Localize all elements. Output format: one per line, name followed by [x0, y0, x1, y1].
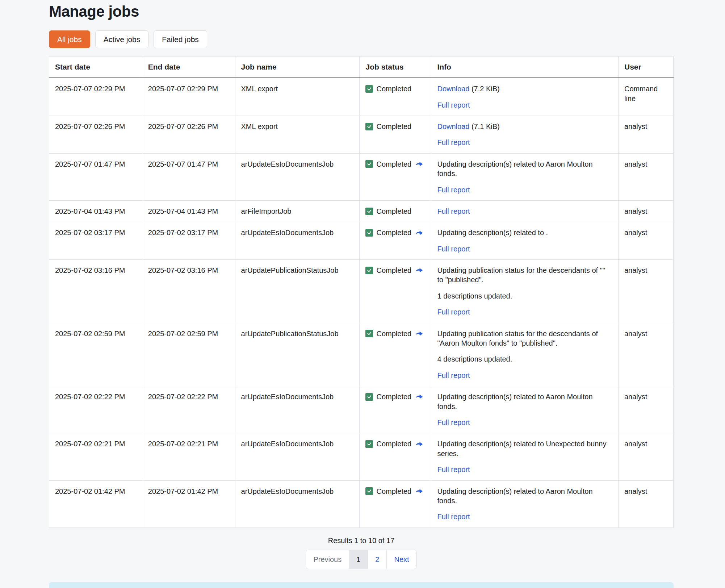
job-status-cell: Completed — [360, 260, 431, 323]
info-cell: Updating description(s) related to Aaron… — [431, 386, 619, 433]
job-row: 2025-07-02 02:59 PM2025-07-02 02:59 PMar… — [49, 323, 674, 386]
status-badge: Completed — [365, 228, 425, 237]
job-status-cell: Completed — [360, 200, 431, 222]
job-row: 2025-07-07 01:47 PM2025-07-07 01:47 PMar… — [49, 153, 674, 200]
status-badge: Completed — [365, 159, 425, 169]
download-line: Download (7.1 KiB) — [437, 122, 612, 131]
job-row: 2025-07-02 01:42 PM2025-07-02 01:42 PMar… — [49, 480, 674, 527]
full-report-line: Full report — [437, 138, 612, 147]
info-cell: Download (7.2 KiB)Full report — [431, 78, 619, 116]
column-header-job-status: Job status — [360, 57, 431, 78]
column-header-job-name: Job name — [235, 57, 360, 78]
job-name-cell: XML export — [235, 116, 360, 153]
full-report-link[interactable]: Full report — [437, 308, 470, 316]
info-cell: Updating description(s) related to Unexp… — [431, 433, 619, 480]
end-date-cell: 2025-07-04 01:43 PM — [142, 200, 235, 222]
status-badge: Completed — [365, 392, 425, 401]
full-report-link[interactable]: Full report — [437, 513, 470, 521]
full-report-line: Full report — [437, 512, 612, 521]
status-badge: Completed — [365, 122, 425, 131]
job-status-cell: Completed — [360, 323, 431, 386]
full-report-line: Full report — [437, 418, 612, 427]
full-report-link[interactable]: Full report — [437, 245, 470, 253]
full-report-link[interactable]: Full report — [437, 207, 470, 215]
job-row: 2025-07-07 02:26 PM2025-07-07 02:26 PMXM… — [49, 116, 674, 153]
column-header-start-date: Start date — [49, 57, 142, 78]
download-link[interactable]: Download — [437, 85, 469, 93]
job-name-cell: arUpdateEsIoDocumentsJob — [235, 153, 360, 200]
page-title: Manage jobs — [49, 3, 674, 20]
next-page-button[interactable]: Next — [387, 550, 416, 569]
info-cell: Full report — [431, 200, 619, 222]
download-link[interactable]: Download — [437, 122, 469, 130]
full-report-link[interactable]: Full report — [437, 186, 470, 194]
redirect-arrow-icon — [415, 487, 423, 495]
completed-check-icon — [365, 440, 373, 448]
full-report-line: Full report — [437, 185, 612, 195]
job-row: 2025-07-02 02:22 PM2025-07-02 02:22 PMar… — [49, 386, 674, 433]
page-1-button[interactable]: 1 — [349, 550, 368, 569]
info-cell: Updating publication status for the desc… — [431, 260, 619, 323]
user-cell: analyst — [618, 260, 673, 323]
start-date-cell: 2025-07-07 02:26 PM — [49, 116, 142, 153]
full-report-link[interactable]: Full report — [437, 371, 470, 379]
start-date-cell: 2025-07-02 03:17 PM — [49, 222, 142, 260]
redirect-arrow-icon — [415, 440, 423, 448]
job-name-cell: arFileImportJob — [235, 200, 360, 222]
full-report-link[interactable]: Full report — [437, 418, 470, 426]
redirect-arrow-icon — [415, 160, 423, 168]
end-date-cell: 2025-07-07 01:47 PM — [142, 153, 235, 200]
job-status-cell: Completed — [360, 480, 431, 527]
job-name-cell: arUpdateEsIoDocumentsJob — [235, 480, 360, 527]
completed-check-icon — [365, 267, 373, 274]
job-name-cell: arUpdatePublicationStatusJob — [235, 323, 360, 386]
redirect-arrow-icon — [415, 393, 423, 401]
user-cell: analyst — [618, 222, 673, 260]
info-cell: Updating description(s) related to Aaron… — [431, 153, 619, 200]
end-date-cell: 2025-07-07 02:29 PM — [142, 78, 235, 116]
start-date-cell: 2025-07-02 02:21 PM — [49, 433, 142, 480]
status-label: Completed — [376, 392, 411, 401]
info-text: Updating description(s) related to Aaron… — [437, 392, 612, 411]
end-date-cell: 2025-07-02 02:22 PM — [142, 386, 235, 433]
manage-jobs-page: Manage jobs All jobs Active jobs Failed … — [49, 3, 674, 588]
status-badge: Completed — [365, 439, 425, 449]
page-2-button[interactable]: 2 — [368, 550, 386, 569]
info-text: 1 descriptions updated. — [437, 291, 612, 301]
full-report-link[interactable]: Full report — [437, 101, 470, 109]
info-cell: Updating description(s) related to .Full… — [431, 222, 619, 260]
job-row: 2025-07-02 03:17 PM2025-07-02 03:17 PMar… — [49, 222, 674, 260]
info-text: 4 descriptions updated. — [437, 354, 612, 364]
start-date-cell: 2025-07-07 01:47 PM — [49, 153, 142, 200]
job-row: 2025-07-04 01:43 PM2025-07-04 01:43 PMar… — [49, 200, 674, 222]
jobs-table-header-row: Start date End date Job name Job status … — [49, 57, 674, 78]
job-status-cell: Completed — [360, 386, 431, 433]
status-badge: Completed — [365, 329, 425, 338]
redirect-arrow-icon — [415, 266, 423, 274]
filter-all-jobs-button[interactable]: All jobs — [49, 30, 90, 48]
status-label: Completed — [376, 266, 411, 275]
user-cell: analyst — [618, 480, 673, 527]
filter-active-jobs-button[interactable]: Active jobs — [95, 30, 149, 48]
filter-failed-jobs-button[interactable]: Failed jobs — [154, 30, 207, 48]
completed-check-icon — [365, 85, 373, 93]
column-header-user: User — [618, 57, 673, 78]
user-cell: analyst — [618, 323, 673, 386]
status-label: Completed — [376, 207, 411, 216]
job-row: 2025-07-02 03:16 PM2025-07-02 03:16 PMar… — [49, 260, 674, 323]
user-cell: analyst — [618, 386, 673, 433]
user-cell: analyst — [618, 116, 673, 153]
end-date-cell: 2025-07-02 01:42 PM — [142, 480, 235, 527]
jobs-table-body: 2025-07-07 02:29 PM2025-07-07 02:29 PMXM… — [49, 78, 674, 527]
completed-check-icon — [365, 330, 373, 337]
pagination-area: Results 1 to 10 of 17 Previous 1 2 Next — [49, 537, 674, 569]
previous-page-button[interactable]: Previous — [306, 550, 349, 569]
full-report-link[interactable]: Full report — [437, 138, 470, 146]
completed-check-icon — [365, 123, 373, 130]
status-badge: Completed — [365, 207, 425, 216]
completed-check-icon — [365, 487, 373, 495]
job-status-cell: Completed — [360, 222, 431, 260]
full-report-line: Full report — [437, 307, 612, 317]
job-row: 2025-07-07 02:29 PM2025-07-07 02:29 PMXM… — [49, 78, 674, 116]
full-report-link[interactable]: Full report — [437, 466, 470, 474]
